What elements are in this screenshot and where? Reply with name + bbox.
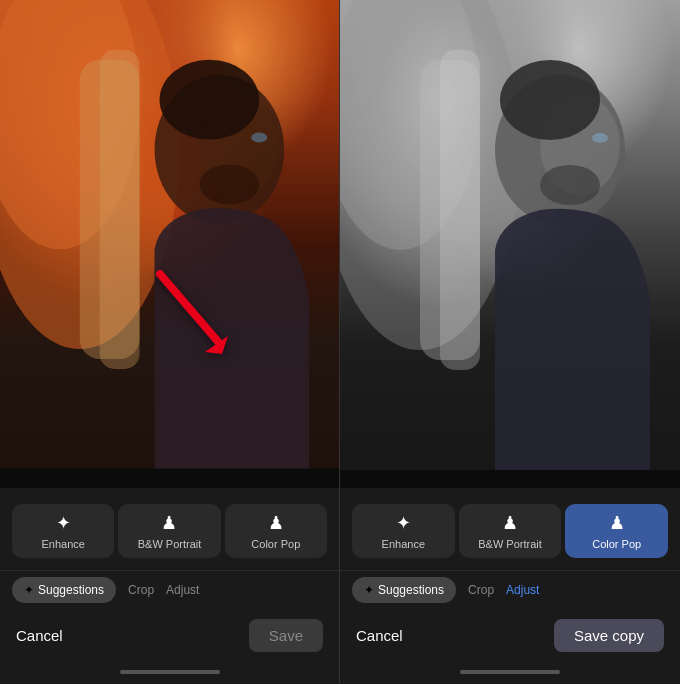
left-color-pop-button[interactable]: ♟ Color Pop (225, 504, 327, 558)
right-tab-row: ✦ Suggestions Crop Adjust (340, 570, 680, 609)
right-filter-row: ✦ Enhance ♟ B&W Portrait ♟ Color Pop (340, 496, 680, 570)
right-suggestions-label: Suggestions (378, 583, 444, 597)
red-arrow-icon (140, 264, 240, 364)
left-crop-tab[interactable]: Crop (128, 579, 154, 601)
right-crop-tab[interactable]: Crop (468, 579, 494, 601)
left-suggestions-label: Suggestions (38, 583, 104, 597)
right-enhance-button[interactable]: ✦ Enhance (352, 504, 455, 558)
right-person-silhouette (340, 0, 680, 470)
left-save-button[interactable]: Save (249, 619, 323, 652)
right-color-pop-label: Color Pop (592, 538, 641, 550)
enhance-icon: ✦ (56, 512, 71, 534)
left-enhance-button[interactable]: ✦ Enhance (12, 504, 114, 558)
left-bw-portrait-button[interactable]: ♟ B&W Portrait (118, 504, 220, 558)
right-save-copy-button[interactable]: Save copy (554, 619, 664, 652)
left-cancel-button[interactable]: Cancel (16, 627, 63, 644)
right-color-pop-icon: ♟ (609, 512, 625, 534)
right-bw-portrait-icon: ♟ (502, 512, 518, 534)
right-suggestions-icon: ✦ (364, 583, 374, 597)
left-person-silhouette (0, 0, 339, 469)
right-photo-area (340, 0, 680, 488)
svg-line-12 (160, 274, 220, 344)
right-adjust-tab[interactable]: Adjust (506, 579, 539, 601)
right-bottom-controls: ✦ Enhance ♟ B&W Portrait ♟ Color Pop ✦ S… (340, 488, 680, 684)
right-suggestions-tab[interactable]: ✦ Suggestions (352, 577, 456, 603)
left-home-indicator (120, 670, 220, 674)
left-tab-row: ✦ Suggestions Crop Adjust (0, 570, 339, 609)
right-bw-portrait-label: B&W Portrait (478, 538, 542, 550)
left-photo-area (0, 0, 339, 488)
left-bottom-controls: ✦ Enhance ♟ B&W Portrait ♟ Color Pop ✦ S… (0, 488, 339, 684)
bw-portrait-label: B&W Portrait (138, 538, 202, 550)
right-enhance-label: Enhance (382, 538, 425, 550)
left-filter-row: ✦ Enhance ♟ B&W Portrait ♟ Color Pop (0, 496, 339, 570)
color-pop-icon: ♟ (268, 512, 284, 534)
left-suggestions-tab[interactable]: ✦ Suggestions (12, 577, 116, 603)
svg-rect-24 (340, 0, 680, 470)
suggestions-icon: ✦ (24, 583, 34, 597)
left-action-row: Cancel Save (0, 609, 339, 670)
right-action-row: Cancel Save copy (340, 609, 680, 670)
left-adjust-tab[interactable]: Adjust (166, 579, 199, 601)
arrow-overlay (140, 264, 240, 368)
right-cancel-button[interactable]: Cancel (356, 627, 403, 644)
right-home-indicator (460, 670, 560, 674)
right-panel: ✦ Enhance ♟ B&W Portrait ♟ Color Pop ✦ S… (340, 0, 680, 684)
right-enhance-icon: ✦ (396, 512, 411, 534)
svg-rect-10 (0, 0, 339, 469)
color-pop-label: Color Pop (251, 538, 300, 550)
left-panel: ✦ Enhance ♟ B&W Portrait ♟ Color Pop ✦ S… (0, 0, 340, 684)
bw-portrait-icon: ♟ (161, 512, 177, 534)
right-color-pop-button[interactable]: ♟ Color Pop (565, 504, 668, 558)
enhance-label: Enhance (41, 538, 84, 550)
right-bw-portrait-button[interactable]: ♟ B&W Portrait (459, 504, 562, 558)
